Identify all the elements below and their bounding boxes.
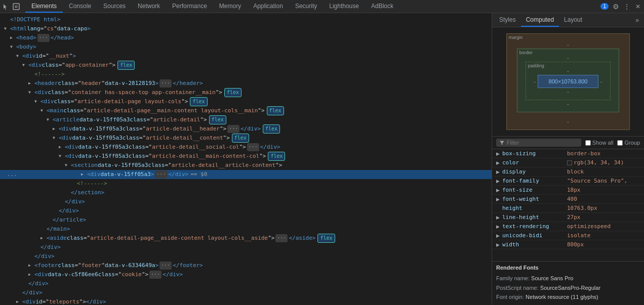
tab-computed[interactable]: Computed: [521, 13, 559, 27]
close-icon[interactable]: ✕: [634, 3, 642, 11]
prop-expand-font-size[interactable]: ▶: [496, 188, 502, 193]
dom-line-social[interactable]: ▶ <div data-v-15ff05a3 class="article-de…: [0, 143, 492, 152]
aside-dots[interactable]: ···: [275, 234, 288, 242]
dom-line-mcc[interactable]: ▼ <div data-v-15ff05a3 class="article-de…: [0, 152, 492, 161]
prop-expand-font-weight[interactable]: ▶: [496, 197, 502, 202]
selected-dots[interactable]: ···: [155, 170, 167, 179]
right-tabs-more[interactable]: »: [632, 17, 642, 24]
prop-row-text-rendering[interactable]: ▶text-renderingoptimizespeed: [492, 222, 644, 231]
adh-dots[interactable]: ···: [227, 125, 239, 133]
tab-network[interactable]: Network: [132, 0, 166, 13]
dom-line-head[interactable]: ▶ <head> ··· </head>: [0, 33, 492, 42]
flex-badge-adc[interactable]: flex: [232, 134, 249, 143]
dom-line-close-adp[interactable]: </div>: [0, 243, 492, 252]
header-dots[interactable]: ···: [159, 79, 172, 88]
dom-line-comment2[interactable]: <!------>: [0, 179, 492, 188]
more-icon[interactable]: ⋮: [623, 3, 631, 11]
dom-line-cookie[interactable]: ▶ <div data-v-c5f86ee6 class="cookie"> ·…: [0, 270, 492, 279]
bm-border[interactable]: border - padding - -: [517, 49, 620, 112]
bm-padding[interactable]: padding - - 800×10763.800 -: [526, 62, 611, 100]
tab-elements[interactable]: Elements: [25, 0, 63, 13]
prop-expand-line-height[interactable]: ▶: [496, 215, 502, 220]
dom-line-section[interactable]: ▼ <section data-v-15ff05a3 class="articl…: [0, 161, 492, 170]
dom-line-selected[interactable]: ... ▶ <div data-v-15ff05a3> ··· </div> =…: [0, 170, 492, 179]
dom-line-teleports[interactable]: ▶ <div id="teleports"> </div>: [0, 297, 492, 305]
prop-row-color[interactable]: ▶colorrgb(34, 34, 34): [492, 158, 644, 167]
expand-app-container[interactable]: ▼: [22, 62, 28, 69]
tab-memory[interactable]: Memory: [213, 0, 247, 13]
expand-main[interactable]: ▼: [41, 108, 47, 114]
expand-html[interactable]: ▼: [4, 26, 10, 32]
cursor-icon[interactable]: [2, 3, 10, 11]
dom-line-doctype[interactable]: <!DOCTYPE html>: [0, 15, 492, 24]
tab-styles[interactable]: Styles: [494, 13, 521, 27]
dom-line-header[interactable]: ▶ <header class="header" data-v-28128193…: [0, 79, 492, 88]
prop-row-box-sizing[interactable]: ▶box-sizingborder-box: [492, 149, 644, 158]
dom-line-footer[interactable]: ▶ <footer class="footer" data-v-6334649a…: [0, 261, 492, 270]
tab-adblock[interactable]: AdBlock: [365, 0, 399, 13]
dom-line-close-adc[interactable]: </div>: [0, 206, 492, 215]
expand-footer[interactable]: ▶: [28, 263, 34, 269]
prop-row-unicode-bidi[interactable]: ▶unicode-bidiisolate: [492, 231, 644, 240]
expand-nuxt[interactable]: ▼: [16, 53, 22, 60]
prop-row-font-family[interactable]: ▶font-family"Source Sans Pro",: [492, 177, 644, 186]
prop-row-font-weight[interactable]: ▶font-weight400: [492, 195, 644, 204]
flex-badge-adh[interactable]: flex: [263, 124, 280, 134]
footer-dots[interactable]: ···: [159, 262, 172, 270]
expand-container[interactable]: ▼: [28, 90, 34, 96]
dom-line-adh[interactable]: ▶ <div data-v-15ff05a3 class="article-de…: [0, 124, 492, 134]
tab-performance[interactable]: Performance: [166, 0, 213, 13]
expand-selected[interactable]: ▶: [81, 171, 87, 178]
prop-row-display[interactable]: ▶displayblock: [492, 167, 644, 177]
dom-line-article[interactable]: ▼ <article data-v-15ff05a3 class="articl…: [0, 115, 492, 124]
prop-expand-text-rendering[interactable]: ▶: [496, 224, 502, 229]
dom-line-container[interactable]: ▼ <div class="container has-space-top ap…: [0, 88, 492, 97]
computed-section[interactable]: ▶box-sizingborder-box▶colorrgb(34, 34, 3…: [492, 149, 644, 261]
tab-console[interactable]: Console: [63, 0, 97, 13]
group-checkbox-label[interactable]: Group: [617, 140, 640, 146]
dom-line-app-container[interactable]: ▼ <div class="app-container"> flex: [0, 61, 492, 70]
prop-expand-unicode-bidi[interactable]: ▶: [496, 233, 502, 238]
expand-teleports[interactable]: ▶: [16, 299, 22, 305]
expand-social[interactable]: ▶: [59, 144, 65, 151]
head-dots[interactable]: ···: [37, 34, 50, 42]
dom-line-nuxt[interactable]: ▼ <div id="__nuxt">: [0, 52, 492, 61]
dom-line-body[interactable]: ▼ <body>: [0, 42, 492, 52]
dom-line-close-article[interactable]: </article>: [0, 215, 492, 225]
tab-lighthouse[interactable]: Lighthouse: [323, 0, 365, 13]
dom-line-main[interactable]: ▼ <main class="article-detail-page__main…: [0, 106, 492, 115]
expand-adh[interactable]: ▶: [53, 126, 59, 133]
prop-row-font-size[interactable]: ▶font-size18px: [492, 186, 644, 195]
flex-badge-container[interactable]: flex: [224, 88, 242, 97]
expand-header[interactable]: ▶: [28, 80, 34, 87]
inspect-icon[interactable]: [12, 3, 20, 11]
settings-icon[interactable]: ⚙: [612, 3, 620, 11]
dom-line-close-section[interactable]: </section>: [0, 188, 492, 197]
dom-line-close-mcc[interactable]: </div>: [0, 197, 492, 206]
expand-mcc[interactable]: ▼: [59, 153, 65, 160]
prop-expand-box-sizing[interactable]: ▶: [496, 151, 502, 156]
expand-aside[interactable]: ▶: [41, 235, 47, 242]
expand-head[interactable]: ▶: [10, 35, 16, 41]
prop-expand-width[interactable]: ▶: [496, 242, 502, 247]
expand-article[interactable]: ▼: [47, 117, 53, 123]
flex-badge-main[interactable]: flex: [267, 106, 284, 115]
flex-badge-adp[interactable]: flex: [190, 97, 207, 106]
tab-application[interactable]: Application: [247, 0, 289, 13]
expand-cookie[interactable]: ▶: [28, 272, 34, 278]
flex-badge-app[interactable]: flex: [117, 61, 135, 70]
expand-adp[interactable]: ▼: [34, 99, 41, 105]
bm-margin[interactable]: margin - border - padding -: [506, 33, 630, 130]
dom-line-comment1[interactable]: <!------>: [0, 70, 492, 79]
dom-line-aside[interactable]: ▶ <aside class="article-detail-page__asi…: [0, 234, 492, 243]
tab-security[interactable]: Security: [289, 0, 323, 13]
dom-line-close-container[interactable]: </div>: [0, 252, 492, 261]
bm-content[interactable]: 800×10763.800: [538, 75, 598, 88]
dom-line-close-app[interactable]: </div>: [0, 279, 492, 288]
filter-input[interactable]: [507, 140, 578, 146]
expand-adc[interactable]: ▼: [53, 135, 59, 142]
expand-body[interactable]: ▼: [10, 44, 16, 51]
group-checkbox[interactable]: [617, 140, 623, 146]
flex-badge-mcc[interactable]: flex: [268, 152, 285, 161]
show-all-checkbox-label[interactable]: Show all: [585, 140, 614, 146]
